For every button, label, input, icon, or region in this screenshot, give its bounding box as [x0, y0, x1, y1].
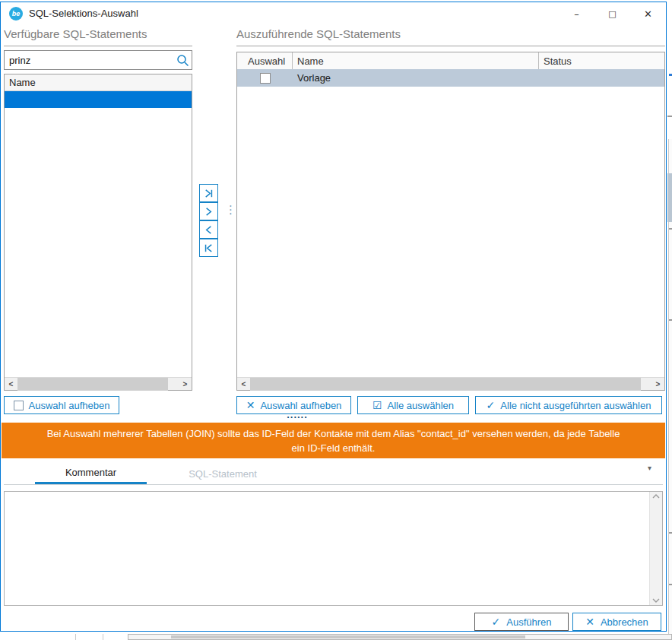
background-line [669, 74, 672, 76]
scroll-down-icon [652, 598, 660, 603]
table-empty-area [237, 87, 664, 377]
close-button[interactable]: ✕ [630, 2, 666, 25]
column-header-name[interactable]: Name [293, 52, 539, 69]
execute-button-label: Ausführen [506, 616, 551, 628]
execute-statements-table: Auswahl Name Status Vorlage < > [236, 52, 665, 391]
background-scrollbar-thumb[interactable] [171, 635, 525, 638]
scroll-left-icon[interactable]: < [5, 380, 17, 388]
execute-statements-heading: Auszuführende SQL-Statements [236, 27, 401, 40]
available-statements-heading: Verfügbare SQL-Statements [4, 27, 147, 40]
row-checkbox[interactable] [260, 73, 271, 84]
tab-kommentar[interactable]: Kommentar [35, 462, 147, 485]
background-tick [75, 634, 76, 640]
column-header-auswahl[interactable]: Auswahl [237, 52, 293, 69]
scrollbar-thumb[interactable] [17, 378, 168, 391]
chevron-right-icon [203, 206, 214, 217]
scroll-left-icon[interactable]: < [237, 380, 250, 388]
chevron-right-bar-icon [203, 188, 214, 199]
table-horizontal-scrollbar[interactable]: < > [237, 377, 664, 390]
execute-button[interactable]: ✓ Ausführen [474, 613, 569, 631]
screen: be SQL-Selektions-Auswahl – □ ✕ Verfügba… [0, 0, 672, 640]
chevron-down-icon[interactable]: ▾ [648, 464, 651, 472]
column-header-status[interactable]: Status [539, 52, 664, 69]
list-empty-area [5, 108, 192, 377]
row-checkbox-cell [237, 73, 293, 84]
x-icon: ✕ [585, 616, 594, 628]
check-icon: ✓ [487, 400, 496, 410]
minimize-button[interactable]: – [559, 2, 594, 25]
background-line [669, 228, 672, 230]
list-horizontal-scrollbar[interactable]: < > [5, 377, 192, 390]
title-bar[interactable]: be SQL-Selektions-Auswahl – □ ✕ [1, 2, 666, 25]
table-header-row: Auswahl Name Status [237, 52, 664, 69]
checked-box-icon: ☑ [372, 400, 382, 410]
move-all-right-button[interactable] [199, 184, 218, 202]
list-column-header-name[interactable]: Name [5, 74, 192, 91]
scroll-right-icon[interactable]: > [651, 380, 664, 388]
window-controls: – □ ✕ [559, 2, 666, 25]
heading-rule [236, 46, 665, 46]
move-all-left-button[interactable] [199, 239, 218, 257]
scroll-up-icon [652, 494, 660, 499]
selected-list-row[interactable] [5, 91, 192, 108]
cancel-button-label: Abbrechen [601, 616, 648, 628]
background-line [669, 532, 672, 534]
warning-banner: Bei Auswahl mehrerer Tabellen (JOIN) sol… [2, 423, 665, 458]
background-line [669, 584, 672, 585]
search-input[interactable] [5, 55, 173, 66]
heading-rule [4, 46, 192, 46]
horizontal-splitter-grip[interactable]: ...... [274, 411, 320, 419]
select-all-button-label: Alle auswählen [388, 400, 454, 411]
search-box [4, 50, 192, 70]
select-all-button[interactable]: ☑ Alle auswählen [357, 396, 469, 414]
background-line [669, 319, 672, 321]
scrollbar-track[interactable] [17, 378, 179, 391]
comment-editor [4, 491, 663, 606]
table-row[interactable]: Vorlage [237, 69, 664, 87]
background-line [667, 116, 672, 117]
sql-selection-dialog: be SQL-Selektions-Auswahl – □ ✕ Verfügba… [0, 2, 667, 632]
background-selected-block [667, 173, 672, 222]
x-icon: ✕ [246, 400, 255, 410]
deselect-button-left-label: Auswahl aufheben [29, 400, 110, 411]
check-icon: ✓ [492, 616, 501, 628]
warning-banner-text: Bei Auswahl mehrerer Tabellen (JOIN) sol… [41, 426, 626, 455]
tab-sql-statement[interactable]: SQL-Statement [147, 462, 299, 485]
window-title: SQL-Selektions-Auswahl [29, 8, 138, 19]
checkbox-icon [14, 401, 24, 410]
app-logo-icon: be [9, 7, 23, 21]
chevron-left-icon [203, 224, 214, 236]
comment-textarea[interactable] [5, 492, 649, 605]
scrollbar-track[interactable] [250, 378, 651, 391]
scroll-right-icon[interactable]: > [179, 380, 192, 388]
chevron-left-bar-icon [203, 242, 214, 254]
editor-vertical-scrollbar[interactable] [649, 492, 662, 605]
tabstrip-divider [4, 484, 663, 485]
select-not-executed-button-label: Alle nicht ausgeführten auswählen [500, 400, 651, 411]
move-right-button[interactable] [199, 202, 218, 220]
deselect-button-left[interactable]: Auswahl aufheben [4, 396, 119, 414]
scrollbar-thumb[interactable] [250, 378, 641, 391]
background-tick [103, 634, 103, 640]
maximize-button[interactable]: □ [594, 2, 630, 25]
move-left-button[interactable] [199, 220, 218, 239]
available-statements-list: Name < > [4, 74, 192, 391]
select-not-executed-button[interactable]: ✓ Alle nicht ausgeführten auswählen [475, 396, 662, 414]
background-scrollbar[interactable] [128, 634, 672, 640]
cancel-button[interactable]: ✕ Abbrechen [572, 613, 661, 631]
search-icon[interactable] [173, 51, 192, 69]
vertical-splitter-grip[interactable]: ⋮ [225, 206, 236, 214]
row-name-cell: Vorlage [293, 72, 539, 84]
